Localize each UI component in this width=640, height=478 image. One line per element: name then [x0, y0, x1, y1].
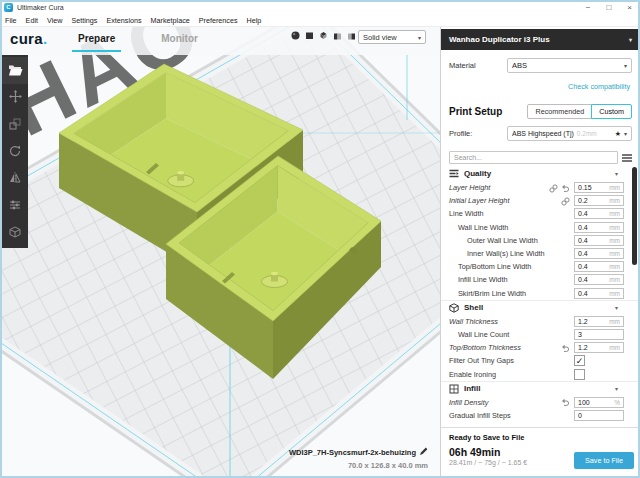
menu-edit[interactable]: Edit	[26, 16, 38, 25]
setting-row-initial-layer-height: Initial Layer Height0.2mm	[441, 194, 640, 207]
profile-dropdown[interactable]: ABS Highspeed (Tj) 0.2mm ★ ▾	[507, 126, 632, 141]
left-view-icon[interactable]	[333, 31, 342, 40]
value-field-wall-thickness[interactable]: 1.2mm	[574, 316, 624, 327]
custom-button[interactable]: Custom	[591, 104, 632, 119]
toolbar-move[interactable]	[2, 84, 28, 111]
value-field-initial-layer-height[interactable]: 0.2mm	[574, 195, 624, 206]
setting-label: Inner Wall(s) Line Width	[441, 249, 545, 258]
toolbar-open-file[interactable]	[2, 57, 28, 84]
setting-row-layer-height: Layer Height0.15mm	[441, 181, 640, 194]
menu-marketplace[interactable]: Marketplace	[151, 16, 190, 25]
check-compatibility-link[interactable]: Check compatibility	[568, 82, 630, 91]
setting-value: 3	[575, 331, 623, 338]
setting-value: 0	[575, 412, 623, 419]
link-icon[interactable]	[561, 192, 570, 210]
setting-value: 0.4	[575, 237, 609, 244]
setting-label: Filter Out Tiny Gaps	[441, 356, 514, 365]
section-header-infill[interactable]: Infill▾	[441, 381, 640, 396]
section-header-quality[interactable]: Quality▾	[441, 166, 640, 181]
value-field-wall-line-width[interactable]: 0.4mm	[574, 222, 624, 233]
setting-value: 0.4	[575, 290, 609, 297]
toolbar-mirror[interactable]	[2, 165, 28, 192]
profile-secondary: 0.2mm	[577, 130, 597, 137]
value-field-top-bottom-line-width[interactable]: 0.4mm	[574, 261, 624, 272]
menu-extensions[interactable]: Extensions	[106, 16, 141, 25]
toolbar-support-blocker[interactable]	[2, 219, 28, 246]
menu-settings[interactable]: Settings	[71, 16, 97, 25]
material-dropdown[interactable]: ABS ▾	[507, 58, 632, 73]
printer-name: Wanhao Duplicator i3 Plus	[449, 35, 550, 44]
setting-row-outer-wall-line-width: Outer Wall Line Width0.4mm	[441, 234, 640, 247]
setting-label: Gradual Infill Steps	[441, 411, 511, 420]
cura-logo: cura.	[10, 30, 47, 47]
profile-label: Profile:	[449, 129, 507, 138]
menu-bar: FileEditViewSettingsExtensionsMarketplac…	[0, 14, 640, 27]
view-mode-dropdown[interactable]: Solid view ▾	[358, 30, 426, 44]
setting-row-top-bottom-thickness: Top/Bottom Thickness1.2mm	[441, 341, 640, 354]
revert-icon[interactable]	[561, 393, 570, 411]
setting-value: 0.4	[575, 250, 609, 257]
star-icon[interactable]: ★	[615, 130, 621, 138]
setting-row-gradual-infill-steps: Gradual Infill Steps0	[441, 409, 640, 422]
checkbox-enable-ironing[interactable]	[574, 369, 585, 380]
value-field-infill-line-width[interactable]: 0.4mm	[574, 274, 624, 285]
setting-label: Initial Layer Height	[441, 196, 509, 205]
menu-view[interactable]: View	[47, 16, 62, 25]
close-button[interactable]: ×	[627, 3, 632, 12]
setting-unit: mm	[609, 250, 623, 257]
scrollbar-thumb[interactable]	[632, 167, 637, 265]
3d-view-icon[interactable]	[291, 31, 300, 40]
section-name: Shell	[464, 303, 483, 312]
value-field-inner-wall-s-line-width[interactable]: 0.4mm	[574, 248, 624, 259]
tab-prepare[interactable]: Prepare	[72, 29, 121, 52]
value-field-wall-line-count[interactable]: 3	[574, 329, 624, 340]
setting-value: 0.2	[575, 197, 609, 204]
setting-label: Wall Thickness	[441, 317, 498, 326]
edit-icon[interactable]	[419, 447, 428, 458]
model-info: WDI3P_7H-Syncsmurf-2x-behuizing 70.0 x 1…	[180, 441, 428, 470]
right-view-icon[interactable]	[347, 31, 356, 40]
menu-preferences[interactable]: Preferences	[199, 16, 238, 25]
menu-help[interactable]: Help	[247, 16, 262, 25]
toolbar-per-model-settings[interactable]	[2, 192, 28, 219]
setting-row-filter-out-tiny-gaps: Filter Out Tiny Gaps✓	[441, 354, 640, 367]
tab-monitor[interactable]: Monitor	[155, 29, 204, 52]
value-field-gradual-infill-steps[interactable]: 0	[574, 410, 624, 421]
top-view-icon[interactable]	[319, 31, 328, 40]
front-view-icon[interactable]	[305, 31, 314, 40]
search-input[interactable]	[449, 151, 618, 164]
setting-row-line-width: Line Width0.4mm	[441, 207, 640, 220]
job-status: Ready to Save to File	[441, 428, 640, 444]
maximize-button[interactable]: □	[606, 3, 611, 12]
viewport-3d[interactable]: HAO	[0, 27, 440, 478]
setting-row-infill-density: Infill Density100%	[441, 396, 640, 409]
camera-view-icons	[291, 31, 356, 40]
toolbar-rotate[interactable]	[2, 138, 28, 165]
value-field-infill-density[interactable]: 100%	[574, 397, 624, 408]
value-field-top-bottom-thickness[interactable]: 1.2mm	[574, 342, 624, 353]
value-field-line-width[interactable]: 0.4mm	[574, 208, 624, 219]
value-field-skirt-brim-line-width[interactable]: 0.4mm	[574, 288, 624, 299]
shell-icon	[449, 303, 459, 313]
chevron-down-icon: ▾	[615, 170, 632, 177]
chevron-down-icon: ▾	[615, 304, 632, 311]
setting-label: Infill Line Width	[441, 275, 507, 284]
setting-row-wall-thickness: Wall Thickness1.2mm	[441, 315, 640, 328]
toolbar-scale[interactable]	[2, 111, 28, 138]
chevron-down-icon: ▾	[624, 130, 627, 137]
minimize-button[interactable]: −	[586, 3, 591, 12]
revert-icon[interactable]	[561, 339, 570, 357]
recommended-button[interactable]: Recommended	[527, 104, 592, 119]
setting-unit: mm	[609, 237, 623, 244]
link-icon[interactable]	[549, 179, 558, 197]
setting-row-top-bottom-line-width: Top/Bottom Line Width0.4mm	[441, 260, 640, 273]
menu-file[interactable]: File	[5, 16, 17, 25]
value-field-outer-wall-line-width[interactable]: 0.4mm	[574, 235, 624, 246]
checkbox-filter-out-tiny-gaps[interactable]: ✓	[574, 355, 585, 366]
section-header-shell[interactable]: Shell▾	[441, 300, 640, 315]
settings-filter-icon[interactable]	[622, 148, 632, 166]
value-field-layer-height[interactable]: 0.15mm	[574, 182, 624, 193]
save-to-file-button[interactable]: Save to File	[574, 452, 634, 469]
printer-selector[interactable]: Wanhao Duplicator i3 Plus ▾	[441, 29, 640, 50]
setting-unit: mm	[609, 276, 623, 283]
